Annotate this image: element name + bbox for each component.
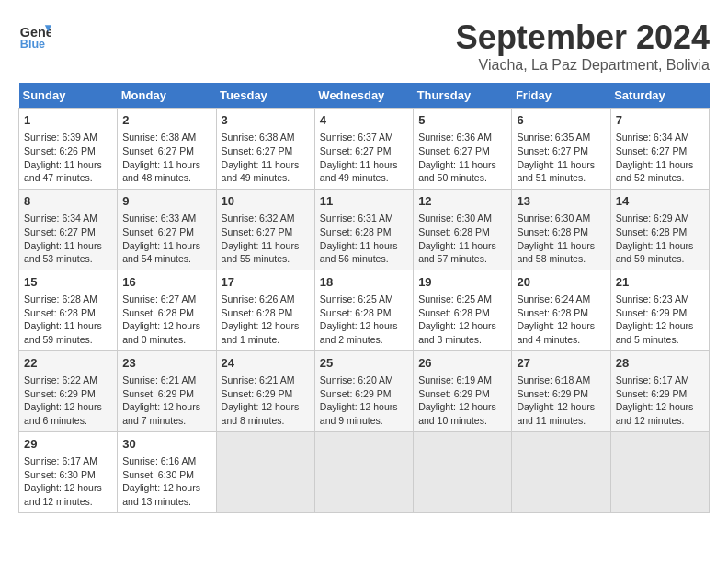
calendar-cell: 29Sunrise: 6:17 AMSunset: 6:30 PMDayligh… bbox=[19, 431, 118, 512]
calendar-cell: 20Sunrise: 6:24 AMSunset: 6:28 PMDayligh… bbox=[512, 270, 610, 350]
day-number: 3 bbox=[222, 112, 310, 129]
month-title: September 2024 bbox=[456, 18, 710, 57]
day-number: 4 bbox=[320, 112, 408, 129]
day-info-line: Sunrise: 6:32 AM bbox=[222, 212, 310, 225]
calendar-cell: 15Sunrise: 6:28 AMSunset: 6:28 PMDayligh… bbox=[19, 270, 118, 350]
day-info-line: Daylight: 11 hours bbox=[222, 239, 310, 253]
day-number: 17 bbox=[222, 274, 310, 291]
day-info-line: and 12 minutes. bbox=[616, 414, 704, 428]
day-info-line: Sunrise: 6:20 AM bbox=[320, 373, 408, 387]
col-tuesday: Tuesday bbox=[216, 83, 314, 109]
day-info-line: Daylight: 12 hours bbox=[122, 400, 210, 414]
day-info-line: Sunset: 6:28 PM bbox=[517, 225, 605, 239]
day-info-line: and 11 minutes. bbox=[517, 414, 605, 428]
day-info-line: Sunrise: 6:31 AM bbox=[320, 212, 408, 225]
day-info-line: Daylight: 12 hours bbox=[222, 319, 310, 333]
day-number: 1 bbox=[24, 112, 112, 129]
day-info-line: Sunset: 6:27 PM bbox=[122, 144, 210, 158]
day-info-line: and 2 minutes. bbox=[320, 333, 408, 347]
day-info-line: and 49 minutes. bbox=[320, 171, 408, 185]
location-subtitle: Viacha, La Paz Department, Bolivia bbox=[456, 57, 710, 74]
day-info-line: Sunrise: 6:17 AM bbox=[616, 373, 704, 387]
day-info-line: and 48 minutes. bbox=[122, 171, 210, 185]
day-info-line: Daylight: 11 hours bbox=[517, 239, 605, 253]
day-number: 5 bbox=[418, 112, 506, 129]
day-info-line: Sunset: 6:30 PM bbox=[24, 468, 112, 482]
calendar-cell: 26Sunrise: 6:19 AMSunset: 6:29 PMDayligh… bbox=[414, 350, 512, 431]
col-wednesday: Wednesday bbox=[314, 83, 413, 109]
calendar-week-4: 22Sunrise: 6:22 AMSunset: 6:29 PMDayligh… bbox=[19, 350, 710, 431]
day-info-line: and 55 minutes. bbox=[222, 252, 310, 266]
calendar-cell: 13Sunrise: 6:30 AMSunset: 6:28 PMDayligh… bbox=[512, 189, 610, 270]
day-info-line: Daylight: 11 hours bbox=[616, 239, 704, 253]
logo-icon: General Blue bbox=[18, 18, 51, 52]
title-block: September 2024 Viacha, La Paz Department… bbox=[456, 18, 710, 74]
day-info-line: Sunrise: 6:25 AM bbox=[418, 293, 506, 306]
day-info-line: Daylight: 12 hours bbox=[418, 400, 506, 414]
day-number: 16 bbox=[122, 274, 210, 291]
day-number: 8 bbox=[24, 193, 112, 210]
day-info-line: Sunrise: 6:37 AM bbox=[320, 131, 408, 144]
day-info-line: Daylight: 11 hours bbox=[24, 319, 112, 333]
calendar-cell: 11Sunrise: 6:31 AMSunset: 6:28 PMDayligh… bbox=[314, 189, 413, 270]
day-number: 7 bbox=[616, 112, 704, 129]
calendar-week-1: 1Sunrise: 6:39 AMSunset: 6:26 PMDaylight… bbox=[19, 109, 710, 190]
day-info-line: Sunset: 6:27 PM bbox=[616, 144, 704, 158]
day-info-line: Daylight: 12 hours bbox=[616, 400, 704, 414]
day-info-line: and 3 minutes. bbox=[418, 333, 506, 347]
logo: General Blue bbox=[18, 18, 51, 52]
day-number: 11 bbox=[320, 193, 408, 210]
col-thursday: Thursday bbox=[414, 83, 512, 109]
day-number: 26 bbox=[418, 355, 506, 372]
calendar-cell: 14Sunrise: 6:29 AMSunset: 6:28 PMDayligh… bbox=[610, 189, 709, 270]
day-info-line: Daylight: 11 hours bbox=[517, 158, 605, 172]
day-info-line: Sunset: 6:28 PM bbox=[320, 306, 408, 320]
day-number: 15 bbox=[24, 274, 112, 291]
day-info-line: Sunrise: 6:21 AM bbox=[222, 373, 310, 387]
day-info-line: Sunrise: 6:35 AM bbox=[517, 131, 605, 144]
day-info-line: Sunset: 6:27 PM bbox=[418, 144, 506, 158]
day-info-line: Sunset: 6:29 PM bbox=[222, 387, 310, 401]
page-header: General Blue September 2024 Viacha, La P… bbox=[18, 18, 710, 74]
col-sunday: Sunday bbox=[19, 83, 118, 109]
day-info-line: Daylight: 11 hours bbox=[320, 239, 408, 253]
day-info-line: Sunrise: 6:39 AM bbox=[24, 131, 112, 144]
calendar-cell: 17Sunrise: 6:26 AMSunset: 6:28 PMDayligh… bbox=[216, 270, 314, 350]
day-info-line: Sunset: 6:29 PM bbox=[122, 387, 210, 401]
day-info-line: Sunset: 6:29 PM bbox=[616, 306, 704, 320]
day-info-line: Sunset: 6:28 PM bbox=[418, 225, 506, 239]
day-info-line: Daylight: 12 hours bbox=[320, 400, 408, 414]
calendar-table: Sunday Monday Tuesday Wednesday Thursday… bbox=[18, 83, 710, 513]
day-info-line: Sunrise: 6:18 AM bbox=[517, 373, 605, 387]
day-info-line: Sunrise: 6:34 AM bbox=[616, 131, 704, 144]
day-info-line: Sunrise: 6:23 AM bbox=[616, 293, 704, 306]
header-row: Sunday Monday Tuesday Wednesday Thursday… bbox=[19, 83, 710, 109]
day-info-line: Daylight: 12 hours bbox=[320, 319, 408, 333]
day-info-line: Sunrise: 6:30 AM bbox=[418, 212, 506, 225]
day-info-line: Sunset: 6:28 PM bbox=[24, 306, 112, 320]
col-friday: Friday bbox=[512, 83, 610, 109]
day-info-line: Sunset: 6:28 PM bbox=[320, 225, 408, 239]
day-info-line: Sunset: 6:27 PM bbox=[122, 225, 210, 239]
calendar-cell: 27Sunrise: 6:18 AMSunset: 6:29 PMDayligh… bbox=[512, 350, 610, 431]
day-info-line: and 53 minutes. bbox=[24, 252, 112, 266]
day-info-line: Sunset: 6:27 PM bbox=[320, 144, 408, 158]
day-info-line: Sunrise: 6:19 AM bbox=[418, 373, 506, 387]
calendar-cell: 10Sunrise: 6:32 AMSunset: 6:27 PMDayligh… bbox=[216, 189, 314, 270]
calendar-cell: 16Sunrise: 6:27 AMSunset: 6:28 PMDayligh… bbox=[118, 270, 216, 350]
day-info-line: Sunset: 6:29 PM bbox=[24, 387, 112, 401]
day-info-line: Sunset: 6:27 PM bbox=[222, 225, 310, 239]
day-number: 25 bbox=[320, 355, 408, 372]
day-info-line: Sunset: 6:27 PM bbox=[222, 144, 310, 158]
day-info-line: and 1 minute. bbox=[222, 333, 310, 347]
day-info-line: Sunrise: 6:28 AM bbox=[24, 293, 112, 306]
calendar-cell: 30Sunrise: 6:16 AMSunset: 6:30 PMDayligh… bbox=[118, 431, 216, 512]
day-info-line: and 47 minutes. bbox=[24, 171, 112, 185]
day-info-line: Sunrise: 6:25 AM bbox=[320, 293, 408, 306]
day-number: 20 bbox=[517, 274, 605, 291]
calendar-cell: 9Sunrise: 6:33 AMSunset: 6:27 PMDaylight… bbox=[118, 189, 216, 270]
day-info-line: Sunrise: 6:21 AM bbox=[122, 373, 210, 387]
day-info-line: Sunrise: 6:36 AM bbox=[418, 131, 506, 144]
day-number: 19 bbox=[418, 274, 506, 291]
day-number: 12 bbox=[418, 193, 506, 210]
